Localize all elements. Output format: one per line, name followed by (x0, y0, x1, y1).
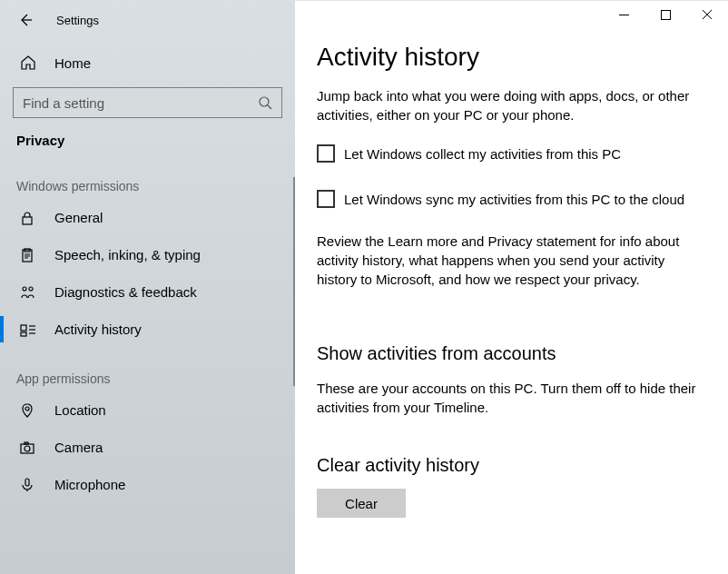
lock-icon (20, 211, 38, 225)
clear-button[interactable]: Clear (317, 489, 406, 518)
main-panel: Activity history Jump back into what you… (295, 0, 728, 574)
home-label: Home (54, 55, 91, 71)
svg-rect-23 (661, 10, 670, 19)
search-icon (258, 95, 272, 110)
checkbox-label: Let Windows collect my activities from t… (344, 146, 621, 162)
checkbox-label: Let Windows sync my activities from this… (344, 192, 684, 207)
maximize-button[interactable] (644, 1, 686, 28)
search-box[interactable] (13, 87, 282, 118)
checkbox-box (317, 144, 335, 163)
location-icon (20, 403, 38, 418)
checkbox-sync[interactable]: Let Windows sync my activities from this… (317, 190, 706, 208)
window-title: Settings (56, 14, 99, 27)
accounts-heading: Show activities from accounts (317, 343, 706, 364)
svg-rect-19 (25, 442, 28, 444)
nav-label: Diagnostics & feedback (54, 284, 197, 300)
svg-rect-11 (21, 325, 26, 331)
home-nav[interactable]: Home (0, 45, 295, 80)
sidebar: Settings Home Privacy Windows permission… (0, 0, 295, 574)
svg-rect-3 (23, 217, 32, 224)
svg-point-10 (29, 287, 33, 291)
svg-point-16 (25, 407, 29, 411)
feedback-icon (20, 285, 38, 300)
checkbox-box (317, 190, 335, 208)
svg-line-2 (268, 105, 271, 109)
accounts-text: These are your accounts on this PC. Turn… (317, 379, 698, 417)
group-label-app-permissions: App permissions (0, 348, 295, 391)
nav-label: Microphone (54, 477, 125, 492)
review-text: Review the Learn more and Privacy statem… (317, 232, 698, 289)
search-input[interactable] (23, 95, 258, 111)
checkbox-collect[interactable]: Let Windows collect my activities from t… (317, 144, 706, 163)
microphone-icon (20, 478, 38, 492)
nav-microphone[interactable]: Microphone (0, 466, 295, 503)
group-label-windows-permissions: Windows permissions (0, 155, 295, 199)
nav-label: Speech, inking, & typing (54, 247, 201, 262)
nav-general[interactable]: General (0, 199, 295, 236)
clear-heading: Clear activity history (317, 455, 706, 476)
svg-point-1 (260, 97, 269, 106)
activity-icon (20, 322, 38, 337)
back-button[interactable] (16, 11, 34, 29)
clipboard-icon (20, 248, 38, 262)
nav-location[interactable]: Location (0, 391, 295, 429)
close-button[interactable] (686, 1, 728, 28)
intro-text: Jump back into what you were doing with … (317, 86, 698, 124)
minimize-button[interactable] (603, 1, 644, 28)
nav-activity-history[interactable]: Activity history (0, 311, 295, 348)
svg-rect-20 (25, 479, 29, 486)
category-label: Privacy (0, 118, 295, 155)
nav-diagnostics[interactable]: Diagnostics & feedback (0, 273, 295, 311)
svg-point-18 (25, 446, 30, 451)
page-heading: Activity history (317, 43, 706, 72)
svg-point-9 (23, 287, 26, 291)
home-icon (20, 54, 38, 71)
nav-label: General (54, 210, 103, 225)
svg-rect-12 (21, 332, 26, 336)
nav-label: Activity history (54, 322, 142, 337)
camera-icon (20, 440, 38, 455)
nav-camera[interactable]: Camera (0, 429, 295, 466)
nav-speech[interactable]: Speech, inking, & typing (0, 236, 295, 273)
nav-label: Location (54, 402, 106, 418)
nav-label: Camera (54, 440, 103, 455)
